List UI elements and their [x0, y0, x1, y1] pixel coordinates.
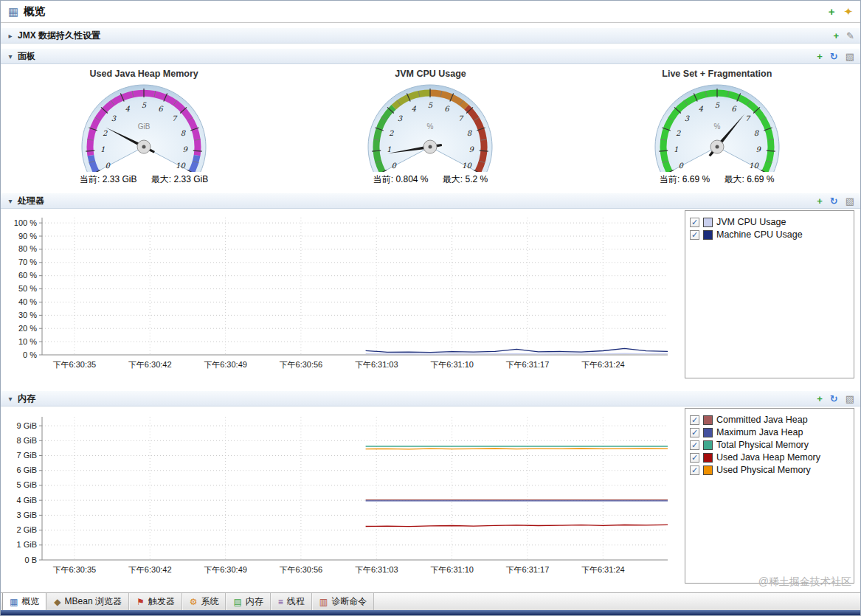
gauge-used-heap: Used Java Heap Memory 012345678910GiB 当前…: [22, 66, 266, 186]
gauge-max-value: 最大: 5.2 %: [443, 174, 488, 184]
tab-memory[interactable]: ▤ 内存: [226, 593, 270, 610]
tab-triggers[interactable]: ⚑ 触发器: [129, 593, 182, 610]
legend-item: ✓ Used Java Heap Memory: [690, 452, 849, 463]
legend-swatch: [703, 415, 713, 425]
processor-section-header[interactable]: ▾ 处理器 + ↻ ▧: [1, 193, 860, 209]
system-tab-icon: ⚙: [190, 598, 198, 606]
gauge-current-value: 当前: 0.804 %: [373, 174, 429, 184]
gauge-max-value: 最大: 6.69 %: [724, 174, 774, 184]
collapse-arrow-icon[interactable]: ▸: [7, 32, 14, 40]
processor-legend: ✓ JVM CPU Usage ✓ Machine CPU Usage: [685, 210, 854, 378]
svg-text:80 %: 80 %: [18, 244, 37, 253]
chart-settings-icon[interactable]: ▧: [846, 196, 854, 206]
svg-text:20 %: 20 %: [18, 324, 37, 333]
threads-tab-icon: ≡: [278, 598, 283, 606]
tab-label: 系统: [201, 595, 218, 608]
legend-item: ✓ Machine CPU Usage: [690, 229, 849, 240]
svg-text:下午6:30:49: 下午6:30:49: [204, 565, 247, 574]
check-icon: ✓: [691, 416, 698, 424]
legend-swatch: [703, 453, 713, 463]
legend-item: ✓ Total Physical Memory: [690, 440, 849, 450]
legend-checkbox[interactable]: ✓: [690, 466, 699, 475]
section-actions: + ↻ ▧: [817, 52, 854, 61]
processor-chart[interactable]: 下午6:30:35下午6:30:42下午6:30:49下午6:30:56下午6:…: [2, 209, 674, 384]
svg-text:5: 5: [715, 101, 720, 109]
section-title: 面板: [18, 50, 35, 63]
svg-text:下午6:30:56: 下午6:30:56: [280, 360, 323, 369]
tab-diagnostic-commands[interactable]: ▥ 诊断命令: [312, 593, 374, 610]
accessibility-badge-icon[interactable]: ✦: [843, 6, 853, 17]
add-icon[interactable]: +: [817, 394, 823, 404]
legend-checkbox[interactable]: ✓: [690, 453, 699, 463]
memory-tab-icon: ▤: [233, 598, 241, 606]
svg-text:10: 10: [749, 162, 759, 170]
tab-system[interactable]: ⚙ 系统: [182, 593, 227, 610]
legend-label: JVM CPU Usage: [716, 217, 786, 227]
memory-section-header[interactable]: ▾ 内存 + ↻ ▧: [1, 390, 860, 406]
tab-label: 概览: [21, 595, 39, 608]
tab-overview[interactable]: ▦ 概览: [2, 593, 46, 610]
watermark: @稀土掘金技术社区: [758, 575, 851, 589]
gauge-current-value: 当前: 2.33 GiB: [80, 174, 136, 184]
tab-label: 内存: [246, 595, 263, 608]
collapse-arrow-icon[interactable]: ▾: [7, 395, 14, 403]
legend-swatch: [703, 440, 713, 450]
tab-threads[interactable]: ≡ 线程: [271, 593, 312, 610]
svg-text:下午6:31:24: 下午6:31:24: [581, 565, 625, 574]
svg-text:下午6:31:10: 下午6:31:10: [430, 565, 474, 574]
add-chart-icon[interactable]: +: [829, 6, 835, 17]
svg-text:4 GiB: 4 GiB: [16, 496, 37, 505]
svg-text:3: 3: [111, 114, 117, 122]
chart-settings-icon[interactable]: ▧: [846, 52, 854, 61]
svg-text:2: 2: [103, 129, 108, 137]
add-icon[interactable]: +: [817, 52, 823, 61]
legend-swatch: [703, 428, 713, 437]
refresh-icon[interactable]: ↻: [830, 394, 838, 404]
gauge-caption: 当前: 2.33 GiB 最大: 2.33 GiB: [22, 173, 266, 186]
legend-checkbox[interactable]: ✓: [690, 218, 699, 227]
svg-text:下午6:30:49: 下午6:30:49: [204, 360, 247, 369]
svg-text:2: 2: [676, 129, 681, 137]
legend-label: Maximum Java Heap: [716, 427, 803, 437]
collapse-arrow-icon[interactable]: ▾: [7, 52, 14, 60]
svg-text:3 GiB: 3 GiB: [16, 511, 37, 519]
tab-mbean-browser[interactable]: ◆ MBean 浏览器: [46, 593, 129, 610]
dashboard-gauges: Used Java Heap Memory 012345678910GiB 当前…: [1, 64, 860, 188]
titlebar-actions: + ✦: [829, 6, 853, 17]
add-icon[interactable]: +: [834, 31, 840, 41]
add-icon[interactable]: +: [817, 196, 823, 206]
jmx-persistence-section-header[interactable]: ▸ JMX 数据持久性设置 + ✎: [1, 27, 860, 44]
section-title: 处理器: [18, 195, 44, 207]
gauge-title: Live Set + Fragmentation: [595, 69, 839, 79]
legend-checkbox[interactable]: ✓: [690, 440, 699, 450]
edit-icon[interactable]: ✎: [846, 31, 854, 41]
gauge-jvm-cpu: JVM CPU Usage 012345678910% 当前: 0.804 % …: [308, 66, 552, 186]
titlebar: ▦ 概览 + ✦: [1, 1, 860, 23]
legend-checkbox[interactable]: ✓: [690, 230, 699, 240]
svg-text:%: %: [427, 122, 434, 131]
legend-checkbox[interactable]: ✓: [690, 415, 699, 425]
collapse-arrow-icon[interactable]: ▾: [7, 197, 14, 205]
processor-chart-row: 下午6:30:35下午6:30:42下午6:30:49下午6:30:56下午6:…: [1, 209, 860, 386]
gauge-current-value: 当前: 6.69 %: [660, 174, 710, 184]
memory-chart[interactable]: 下午6:30:35下午6:30:42下午6:30:49下午6:30:56下午6:…: [2, 406, 674, 589]
processor-chart-area: 下午6:30:35下午6:30:42下午6:30:49下午6:30:56下午6:…: [2, 209, 682, 386]
svg-text:5 GiB: 5 GiB: [16, 480, 37, 489]
chart-settings-icon[interactable]: ▧: [846, 394, 854, 404]
overview-tab-icon: ▦: [10, 598, 18, 606]
legend-item: ✓ Committed Java Heap: [690, 415, 849, 425]
gauge-live-set: Live Set + Fragmentation 012345678910% 当…: [595, 66, 839, 186]
legend-label: Committed Java Heap: [716, 415, 808, 425]
tab-label: MBean 浏览器: [65, 595, 122, 608]
svg-text:下午6:30:42: 下午6:30:42: [128, 360, 172, 369]
refresh-icon[interactable]: ↻: [830, 52, 838, 61]
gauge-max-value: 最大: 2.33 GiB: [151, 174, 208, 184]
dashboard-section-header[interactable]: ▾ 面板 + ↻ ▧: [1, 48, 860, 64]
jvm-cpu-gauge-dial: 012345678910%: [342, 79, 519, 172]
legend-item: ✓ Used Physical Memory: [690, 465, 849, 475]
refresh-icon[interactable]: ↻: [830, 196, 838, 206]
svg-text:%: %: [713, 122, 720, 131]
legend-checkbox[interactable]: ✓: [690, 428, 699, 437]
svg-text:0 %: 0 %: [23, 350, 37, 359]
section-title: JMX 数据持久性设置: [18, 30, 100, 42]
